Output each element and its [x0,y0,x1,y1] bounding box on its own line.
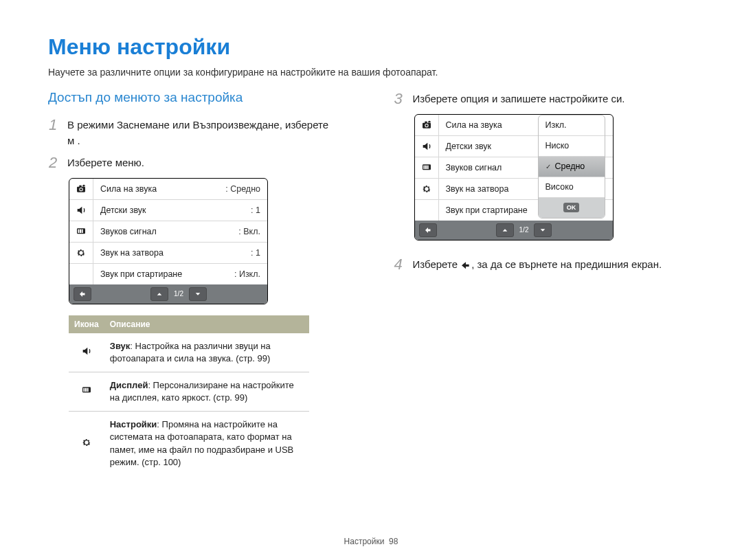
page-footer: Настройки 98 [0,537,742,546]
pager-label: 1/2 [517,226,532,234]
volume-options-dropdown: Изкл. Ниско Средно Високо OK [538,115,605,219]
desc-rest: : Настройка на различни звуци на фотоапа… [110,341,271,363]
table-head-icon: Икона [69,315,104,333]
menu-row[interactable]: Детски звук 1 [93,200,267,221]
display-icon[interactable] [69,221,93,243]
icon-description-table: Икона Описание Звук: Настройка на различ… [69,315,309,476]
table-row: Настройки: Промяна на настройките на сис… [69,412,309,475]
menu-row-value: Изкл. [234,269,260,279]
step-4: 4 Изберете , за да се върнете на предишн… [394,257,701,273]
svg-rect-12 [85,388,87,392]
step-text: Изберете меню. [67,155,356,171]
step-text-line2: м . [67,135,80,146]
table-cell-description: Звук: Настройка на различни звуци на фот… [104,333,309,372]
screen-sidebar-icons: + [69,179,93,284]
svg-rect-21 [423,165,425,168]
menu-row-value: 1 [251,248,260,258]
menu-row-label: Звуков сигнал [100,227,238,236]
speaker-icon[interactable] [415,136,438,157]
menu-row-label: Сила на звука [100,184,225,194]
page-down-button[interactable] [534,223,552,237]
footer-page-number: 98 [389,537,398,546]
menu-row[interactable]: Звук на затвора 1 [93,243,267,264]
option-high[interactable]: Високо [539,177,605,198]
option-ok-row[interactable]: OK [539,198,605,218]
gear-icon[interactable] [69,243,93,264]
page-title: Меню настройки [48,34,701,60]
menu-row-value: Средно [225,184,260,194]
display-icon[interactable] [415,157,438,179]
menu-row-label: Звук на затвора [100,248,251,258]
camera-icon[interactable]: + [415,115,438,136]
screen-footer: 1/2 [415,221,613,240]
step-text: В режими Заснемане или Възпроизвеждане, … [67,117,356,148]
menu-row[interactable]: Звуков сигнал Вкл. [93,221,267,243]
svg-text:+: + [83,184,85,187]
desc-bold: Звук [110,341,131,351]
svg-rect-7 [78,229,79,232]
svg-rect-23 [427,165,428,168]
svg-rect-22 [425,165,427,168]
menu-row-value: Вкл. [238,227,260,236]
menu-row-label: Звук при стартиране [100,269,234,279]
screen-sidebar-icons: + [415,115,439,221]
screen-body: + [69,179,267,284]
screen-rows: Сила на звука Средно Детски звук 1 Звуко… [93,179,267,284]
screen-footer: 1/2 [69,284,267,304]
svg-rect-3 [79,185,81,187]
step-number: 1 [48,117,58,133]
footer-section: Настройки [344,537,385,546]
page-down-button[interactable] [189,287,207,301]
table-head-description: Описание [104,315,309,333]
settings-screen-overview: + [69,178,268,304]
display-icon [69,372,104,411]
desc-bold: Дисплей [110,380,148,390]
gear-icon[interactable] [415,179,438,200]
svg-text:+: + [429,120,430,123]
right-column: 3 Изберете опция и запишете настройките … [394,90,701,475]
step-number: 3 [394,91,403,107]
step-number: 2 [48,155,58,170]
step4-part-a: Изберете [413,258,461,270]
step-number: 4 [394,257,403,272]
svg-rect-9 [82,229,83,232]
camera-icon[interactable]: + [69,179,93,200]
svg-rect-11 [83,388,85,392]
menu-row[interactable]: Звук при стартиране Изкл. [93,264,267,284]
speaker-icon[interactable] [69,200,93,221]
pager-label: 1/2 [171,290,186,298]
svg-rect-17 [425,121,427,123]
option-off[interactable]: Изкл. [539,115,605,136]
menu-row-value: 1 [251,205,260,215]
svg-point-16 [425,124,427,126]
page: Меню настройки Научете за различните опц… [0,0,742,560]
step-2: 2 Изберете меню. [48,155,356,171]
step-text: Изберете опция и запишете настройките си… [413,91,701,107]
option-low[interactable]: Ниско [539,136,605,157]
back-button[interactable] [74,287,91,301]
table-cell-description: Дисплей: Персонализиране на настройките … [104,372,309,411]
ok-button[interactable]: OK [563,203,580,212]
svg-rect-13 [87,388,89,392]
page-subtitle: Научете за различните опции за конфигури… [48,67,701,78]
back-button[interactable] [419,223,437,237]
option-medium-selected[interactable]: Средно [539,157,605,177]
table-row: Дисплей: Персонализиране на настройките … [69,372,309,411]
menu-row[interactable]: Сила на звука Средно [93,179,267,200]
page-up-button[interactable] [496,223,514,237]
step-text: Изберете , за да се върнете на предишния… [413,257,701,273]
menu-row-label: Детски звук [100,205,251,215]
table-cell-description: Настройки: Промяна на настройките на сис… [104,412,309,475]
step-3: 3 Изберете опция и запишете настройките … [394,91,701,107]
step-1: 1 В режими Заснемане или Възпроизвеждане… [48,117,356,148]
desc-bold: Настройки [110,419,157,429]
svg-point-2 [80,188,82,190]
two-columns: Достъп до менюто за настройка 1 В режими… [48,90,701,475]
left-column: Достъп до менюто за настройка 1 В режими… [48,90,356,475]
speaker-icon [69,333,104,372]
gear-icon [69,412,104,475]
page-up-button[interactable] [150,287,168,301]
table-row: Звук: Настройка на различни звуци на фот… [69,333,309,372]
step-text-line1: В режими Заснемане или Възпроизвеждане, … [67,119,328,131]
step4-part-b: , за да се върнете на предишния екран. [471,258,662,270]
